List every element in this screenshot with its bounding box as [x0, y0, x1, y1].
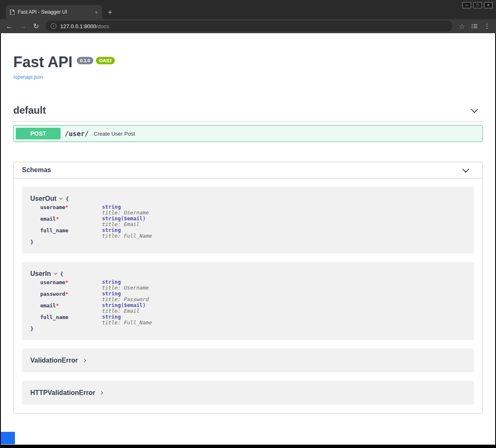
bookmark-star-icon[interactable]: ☆ [459, 22, 465, 30]
open-brace: { [66, 196, 69, 202]
window-minimize-button[interactable]: ─ [462, 2, 471, 8]
property-type: string [102, 204, 121, 210]
tab-close-icon[interactable]: × [95, 9, 98, 15]
browser-toolbar: ← → ↻ i 127.0.0.1:8000/docs ☆ ⋮ [0, 19, 496, 33]
chevron-down-icon [54, 271, 57, 274]
property-row: full_name stringtitle: Full_Name [30, 227, 466, 239]
close-brace: } [30, 239, 466, 245]
property-type: string [102, 227, 121, 233]
property-name: password* [40, 291, 102, 302]
window-controls: ─ □ × [462, 2, 493, 8]
tag-section-default: default POST /user/ Create User Post [13, 100, 483, 142]
model-userout-toggle[interactable]: UserOut { [30, 195, 466, 202]
required-star: * [65, 279, 68, 285]
site-info-icon[interactable]: i [51, 23, 56, 29]
required-star: * [56, 302, 59, 309]
property-detail: stringtitle: Full_Name [102, 314, 152, 326]
property-meta: title: Username [102, 285, 149, 291]
tag-name: default [13, 105, 46, 116]
opblock-summary[interactable]: POST /user/ Create User Post [14, 126, 482, 141]
tab-favicon-icon [10, 10, 15, 15]
window-maximize-button[interactable]: □ [473, 2, 482, 8]
property-row: full_name stringtitle: Full_Name [30, 314, 466, 326]
version-badge: 0.1.0 [77, 57, 93, 64]
window-close-button[interactable]: × [484, 2, 493, 8]
property-meta: title: Full_Name [102, 233, 152, 239]
property-name: username* [40, 279, 102, 291]
http-method-badge: POST [16, 128, 61, 139]
operation-path: /user/ [65, 130, 89, 138]
required-star: * [65, 291, 68, 297]
schemas-body: UserOut { username* stringtitle: Usernam… [14, 178, 482, 413]
reload-icon[interactable]: ↻ [33, 23, 39, 30]
property-row: username* stringtitle: Username [30, 279, 466, 291]
model-validationerror: ValidationError [22, 348, 474, 373]
api-info: Fast API 0.1.0 OAS3 /openapi.json [13, 53, 483, 80]
property-meta: title: Username [102, 209, 149, 216]
browser-tab[interactable]: Fast API - Swagger UI × [6, 5, 102, 19]
page-content: Fast API 0.1.0 OAS3 /openapi.json defaul… [1, 33, 495, 445]
oas3-badge: OAS3 [96, 57, 115, 64]
property-row: password* stringtitle: Password [30, 291, 466, 302]
url-host: 127.0.0.1:8000 [60, 23, 96, 29]
property-detail: stringtitle: Username [102, 279, 149, 291]
toolbar-list-icon[interactable] [472, 24, 477, 29]
model-validationerror-toggle[interactable]: ValidationError [30, 357, 466, 364]
address-bar[interactable]: i 127.0.0.1:8000/docs [46, 21, 452, 32]
url-path: /docs [96, 23, 109, 29]
opblock-post-user: POST /user/ Create User Post [13, 125, 483, 142]
schemas-section: Schemas UserOut { username* stringtitle:… [13, 162, 483, 414]
chevron-down-icon [59, 196, 63, 199]
property-detail: stringtitle: Full_Name [102, 227, 152, 239]
operation-summary: Create User Post [94, 131, 135, 137]
model-name: HTTPValidationError [30, 389, 95, 397]
tab-title: Fast API - Swagger UI [18, 9, 91, 15]
property-type: string [102, 279, 121, 285]
model-httpvalidationerror-toggle[interactable]: HTTPValidationError [30, 389, 466, 397]
model-name: UserOut [30, 195, 56, 202]
bottom-left-blue-box [1, 432, 15, 444]
property-detail: string($email)title: Email [102, 216, 146, 227]
model-name: ValidationError [30, 357, 78, 364]
model-userout: UserOut { username* stringtitle: Usernam… [22, 187, 474, 253]
schemas-header[interactable]: Schemas [14, 162, 482, 178]
property-row: username* stringtitle: Username [30, 204, 466, 216]
model-httpvalidationerror: HTTPValidationError [22, 381, 474, 405]
property-meta: title: Email [102, 221, 139, 227]
property-name: full_name [40, 227, 102, 239]
property-name: email* [40, 216, 102, 227]
chevron-right-icon [82, 359, 85, 362]
close-brace: } [30, 326, 466, 332]
openapi-spec-link[interactable]: /openapi.json [13, 74, 43, 80]
property-name: username* [40, 204, 102, 216]
property-detail: stringtitle: Password [102, 291, 149, 302]
chevron-down-icon [462, 166, 469, 173]
page-title: Fast API [13, 53, 73, 71]
model-userin-toggle[interactable]: UserIn { [30, 270, 466, 278]
tag-header-default[interactable]: default [13, 100, 483, 122]
forward-icon[interactable]: → [19, 23, 27, 30]
new-tab-button[interactable]: + [108, 9, 112, 16]
property-type: string [102, 314, 121, 320]
open-brace: { [60, 271, 63, 277]
property-meta: title: Password [102, 296, 149, 302]
model-name: UserIn [30, 270, 51, 278]
property-row: email* string($email)title: Email [30, 302, 466, 314]
back-icon[interactable]: ← [6, 23, 13, 30]
property-type: string($email) [102, 302, 146, 308]
url-text: 127.0.0.1:8000/docs [60, 23, 109, 29]
property-detail: string($email)title: Email [102, 302, 146, 314]
property-name: full_name [40, 314, 102, 326]
browser-menu-icon[interactable]: ⋮ [484, 22, 490, 30]
property-detail: stringtitle: Username [102, 204, 149, 216]
model-userin: UserIn { username* stringtitle: Username… [22, 262, 474, 340]
property-row: email* string($email)title: Email [30, 216, 466, 227]
property-type: string($email) [102, 215, 146, 222]
property-meta: title: Full_Name [102, 319, 152, 326]
property-meta: title: Email [102, 308, 139, 314]
property-name: email* [40, 302, 102, 314]
browser-titlebar: ─ □ × Fast API - Swagger UI × + [0, 0, 496, 19]
required-star: * [65, 204, 68, 210]
chevron-right-icon [100, 391, 103, 394]
property-type: string [102, 290, 121, 297]
